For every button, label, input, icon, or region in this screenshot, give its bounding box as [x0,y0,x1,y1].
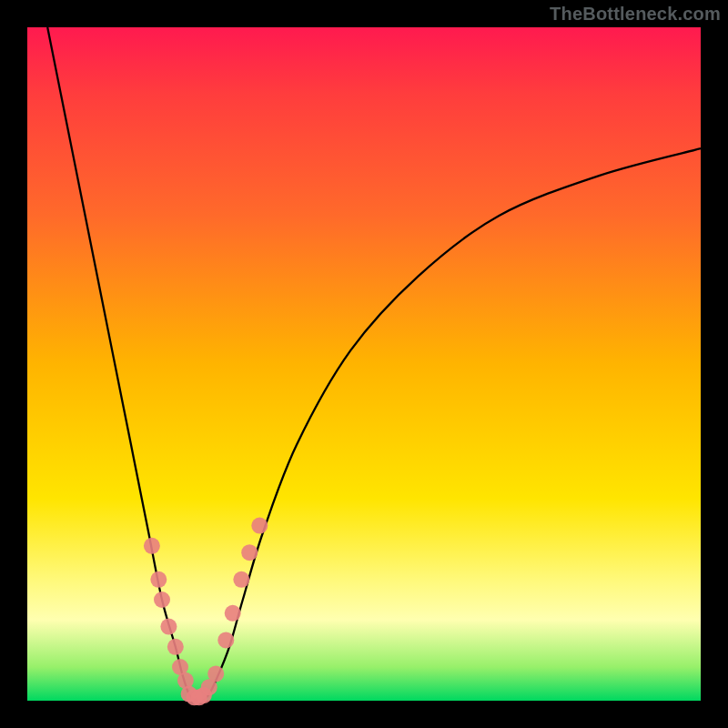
highlight-points-group [144,518,268,706]
chart-container: TheBottleneck.com [0,0,728,728]
highlight-point [154,592,170,608]
highlight-point [225,605,241,622]
highlight-point [207,665,224,682]
highlight-point [233,571,249,588]
highlight-point [251,518,268,534]
highlight-point [160,619,177,635]
highlight-point [144,538,160,554]
highlight-point [241,544,258,561]
plot-area [27,27,701,701]
highlight-point [217,632,234,648]
highlight-point [150,571,167,588]
bottleneck-curve-path [47,27,701,702]
bottleneck-curve-svg [27,27,701,701]
watermark-text: TheBottleneck.com [550,4,721,25]
highlight-point [167,639,184,655]
